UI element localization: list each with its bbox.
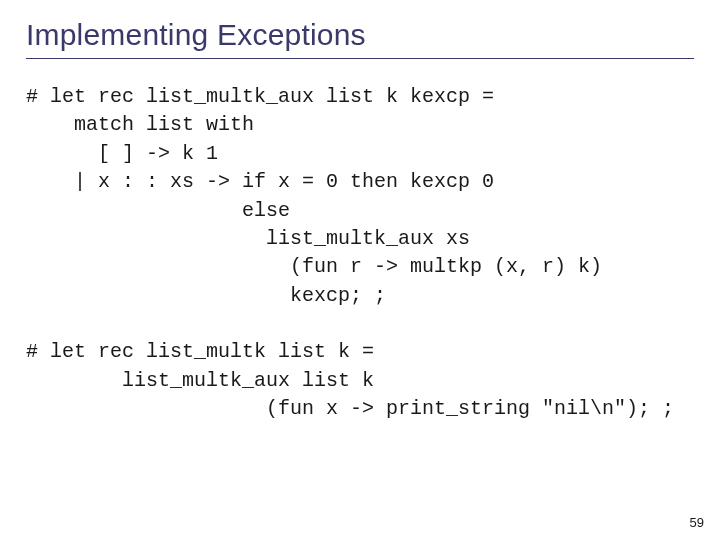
title-underline (26, 58, 694, 59)
code-block-2: # let rec list_multk list k = list_multk… (26, 338, 694, 423)
page-number: 59 (690, 515, 704, 530)
slide: Implementing Exceptions # let rec list_m… (0, 0, 720, 540)
spacer (26, 310, 694, 338)
code-block-1: # let rec list_multk_aux list k kexcp = … (26, 83, 694, 310)
page-title: Implementing Exceptions (26, 18, 694, 52)
